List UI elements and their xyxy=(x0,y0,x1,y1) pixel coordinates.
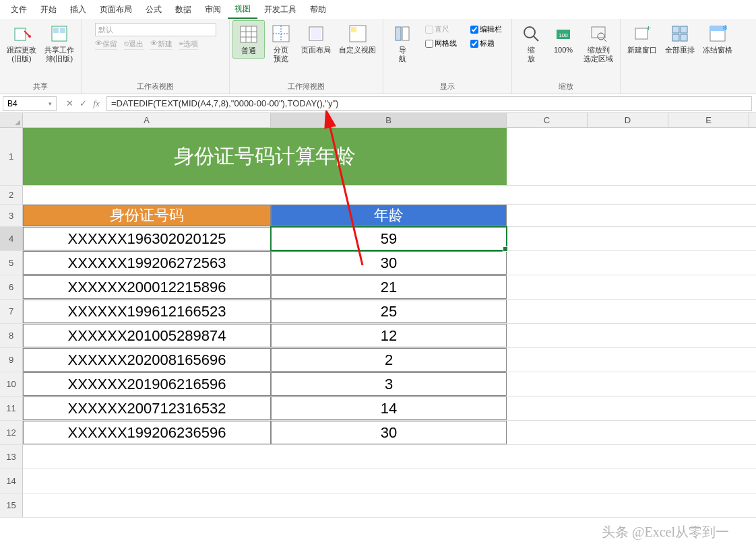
table-row[interactable]: XXXXXX201906216596 xyxy=(23,372,271,396)
fx-icon[interactable]: fx xyxy=(90,98,102,109)
navigation-button[interactable]: 导 航 xyxy=(386,20,418,66)
table-row[interactable]: 30 xyxy=(271,251,507,275)
row-15: 15 xyxy=(0,493,756,518)
menu-formulas[interactable]: 公式 xyxy=(139,0,168,19)
row-header[interactable]: 15 xyxy=(0,493,23,517)
select-all-corner[interactable] xyxy=(0,113,23,127)
new-window-icon: + xyxy=(631,23,653,44)
col-header-C[interactable]: C xyxy=(507,113,588,127)
row-header[interactable]: 5 xyxy=(0,251,23,275)
table-row[interactable]: 21 xyxy=(271,275,507,299)
col-header-B[interactable]: B xyxy=(271,113,507,127)
new-window-button[interactable]: + 新建窗口 xyxy=(623,20,661,57)
row-header[interactable]: 2 xyxy=(0,186,23,204)
row-header[interactable]: 12 xyxy=(0,421,23,444)
menu-pagelayout[interactable]: 页面布局 xyxy=(93,0,139,19)
svg-rect-0 xyxy=(15,28,26,40)
table-row[interactable]: 14 xyxy=(271,397,507,420)
sheet-view-default-input[interactable]: 默认 xyxy=(95,23,216,36)
menu-insert[interactable]: 插入 xyxy=(63,0,93,19)
row-header[interactable]: 3 xyxy=(0,205,23,226)
header-age-cell[interactable]: 年龄 xyxy=(271,205,507,226)
menu-help[interactable]: 帮助 xyxy=(303,0,333,19)
row-header[interactable]: 4 xyxy=(0,227,23,250)
headings-checkbox[interactable]: 标题 xyxy=(468,37,505,50)
pagebreak-icon xyxy=(270,23,292,44)
share-workbook-button[interactable]: 共享工作 簿(旧版) xyxy=(40,20,78,66)
table-row[interactable]: XXXXXX196302020125 xyxy=(23,227,271,250)
menu-review[interactable]: 审阅 xyxy=(198,0,228,19)
row-header[interactable]: 8 xyxy=(0,324,23,347)
pagebreak-button[interactable]: 分页 预览 xyxy=(265,20,297,66)
cancel-formula-icon[interactable]: ✕ xyxy=(63,98,75,108)
header-id-cell[interactable]: 身份证号码 xyxy=(23,205,271,226)
row-header[interactable]: 14 xyxy=(0,469,23,493)
pagelayout-button[interactable]: 页面布局 xyxy=(297,20,335,57)
row-header[interactable]: 7 xyxy=(0,300,23,323)
menu-developer[interactable]: 开发工具 xyxy=(257,0,303,19)
table-row[interactable]: 25 xyxy=(271,300,507,323)
table-row[interactable]: XXXXXX199612166523 xyxy=(23,300,271,323)
svg-rect-23 xyxy=(592,27,605,38)
row-2: 2 xyxy=(0,186,756,205)
zoom-100-icon: 100 xyxy=(553,23,574,44)
table-row[interactable]: 2 xyxy=(271,348,507,372)
menu-file[interactable]: 文件 xyxy=(4,0,34,19)
normal-view-button[interactable]: 普通 xyxy=(232,20,265,59)
selected-cell[interactable]: 59 xyxy=(271,227,507,250)
row-header[interactable]: 6 xyxy=(0,275,23,299)
zoom-100-button[interactable]: 100 100% xyxy=(547,20,579,57)
formulabar-checkbox[interactable]: 编辑栏 xyxy=(468,23,505,36)
menu-home[interactable]: 开始 xyxy=(34,0,63,19)
table-row[interactable]: XXXXXX199206272563 xyxy=(23,251,271,275)
options-button: ≡选项 xyxy=(179,39,198,50)
title-cell[interactable]: 身份证号码计算年龄 xyxy=(23,128,507,185)
track-changes-button[interactable]: 跟踪更改 (旧版) xyxy=(3,20,40,66)
accept-formula-icon[interactable]: ✓ xyxy=(77,98,89,108)
chevron-down-icon[interactable]: ▾ xyxy=(49,100,52,107)
table-row[interactable]: 12 xyxy=(271,324,507,347)
new-icon: 👁 xyxy=(150,39,158,49)
menu-bar: 文件 开始 插入 页面布局 公式 数据 审阅 视图 开发工具 帮助 xyxy=(0,0,756,19)
row-header[interactable]: 10 xyxy=(0,372,23,396)
group-label-wbview: 工作簿视图 xyxy=(288,79,325,94)
row-header[interactable]: 11 xyxy=(0,397,23,420)
row-9: 9 XXXXXX202008165696 2 xyxy=(0,348,756,372)
name-box[interactable]: B4 ▾ xyxy=(3,96,57,111)
menu-view[interactable]: 视图 xyxy=(228,0,257,19)
row-12: 12 XXXXXX199206236596 30 xyxy=(0,421,756,445)
freeze-panes-button[interactable]: ❄ 冻结窗格 xyxy=(699,20,736,57)
formula-bar: B4 ▾ ✕ ✓ fx =DATEDIF(TEXT(MID(A4,7,8),"0… xyxy=(0,94,756,113)
arrange-all-button[interactable]: 全部重排 xyxy=(661,20,699,57)
col-header-E[interactable]: E xyxy=(668,113,749,127)
table-row[interactable]: XXXXXX202008165696 xyxy=(23,348,271,372)
menu-data[interactable]: 数据 xyxy=(168,0,198,19)
formula-input[interactable]: =DATEDIF(TEXT(MID(A4,7,8),"0000-00-00"),… xyxy=(106,96,752,111)
row-header[interactable]: 1 xyxy=(0,128,23,185)
group-nav-show: 导 航 直尺 网格线 编辑栏 标题 显示 xyxy=(383,19,512,94)
table-row[interactable]: XXXXXX201005289874 xyxy=(23,324,271,347)
row-header[interactable]: 13 xyxy=(0,445,23,469)
row-7: 7 XXXXXX199612166523 25 xyxy=(0,300,756,324)
zoom-selection-button[interactable]: 缩放到 选定区域 xyxy=(579,20,617,66)
custom-view-button[interactable]: 自定义视图 xyxy=(335,20,380,57)
col-header-A[interactable]: A xyxy=(23,113,271,127)
row-header[interactable]: 9 xyxy=(0,348,23,372)
table-row[interactable]: XXXXXX200012215896 xyxy=(23,275,271,299)
svg-text:+: + xyxy=(646,24,651,33)
table-row[interactable]: XXXXXX199206236596 xyxy=(23,421,271,444)
row-11: 11 XXXXXX200712316532 14 xyxy=(0,397,756,421)
column-headers: A B C D E xyxy=(0,113,756,128)
table-row[interactable]: XXXXXX200712316532 xyxy=(23,397,271,420)
zoom-button[interactable]: 缩 放 xyxy=(515,20,547,66)
row-8: 8 XXXXXX201005289874 12 xyxy=(0,324,756,348)
new-view-button: 👁新建 xyxy=(150,39,172,50)
table-row[interactable]: 30 xyxy=(271,421,507,444)
gridlines-checkbox[interactable]: 网格线 xyxy=(422,37,460,50)
table-row[interactable]: 3 xyxy=(271,372,507,396)
col-header-D[interactable]: D xyxy=(588,113,668,127)
row-1: 1 身份证号码计算年龄 xyxy=(0,128,756,186)
exit-button: ⦸退出 xyxy=(124,39,144,50)
svg-point-19 xyxy=(524,27,535,38)
navigation-icon xyxy=(391,23,413,44)
